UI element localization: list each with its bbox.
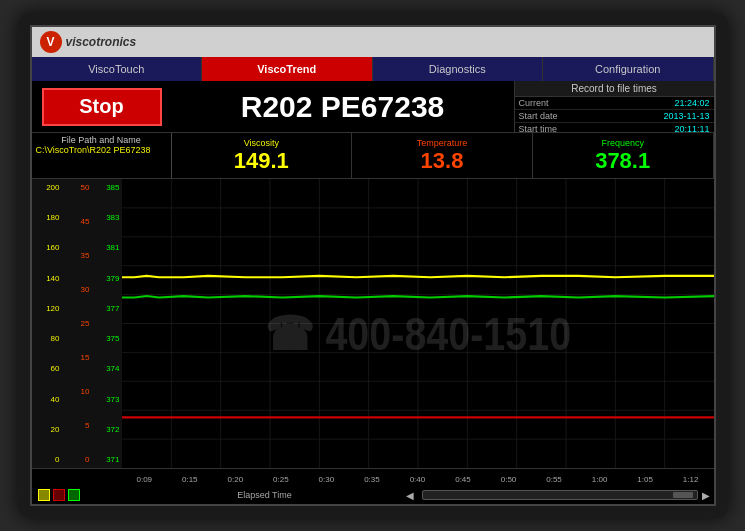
time-7: 0:45 [440,475,486,484]
screen: V viscotronics ViscoTouch ViscoTrend Dia… [30,25,716,506]
stop-button[interactable]: Stop [42,88,162,126]
filepath-label: File Path and Name [36,135,167,145]
viscosity-line [122,276,714,277]
temperature-axis: 50 45 35 30 25 15 10 5 0 [62,179,92,468]
y-axes: 200 180 160 140 120 80 60 40 20 0 50 [32,179,122,468]
tab-viscotouch[interactable]: ViscoTouch [32,57,203,81]
time-2: 0:20 [213,475,259,484]
viscosity-label: Viscosity [244,138,279,148]
device-title: R202 PE67238 [241,90,445,124]
time-11: 1:05 [622,475,668,484]
time-10: 1:00 [577,475,623,484]
temperature-label: Temperature [417,138,468,148]
filepath-cell: File Path and Name C:\ViscoTron\R202 PE6… [32,133,172,178]
record-header: Record to file times [515,81,714,97]
time-0: 0:09 [122,475,168,484]
time-axis: 0:09 0:15 0:20 0:25 0:30 0:35 0:40 0:45 … [32,469,714,487]
scroll-thumb [673,492,693,498]
time-1: 0:15 [167,475,213,484]
frequency-value: 378.1 [595,148,650,174]
tab-configuration[interactable]: Configuration [543,57,714,81]
time-9: 0:55 [531,475,577,484]
time-12: 1:12 [668,475,714,484]
time-5: 0:35 [349,475,395,484]
device-frame: V viscotronics ViscoTouch ViscoTrend Dia… [18,13,728,518]
time-4: 0:30 [304,475,350,484]
stop-btn-area: Stop [32,81,172,132]
watermark-text: ☎ 400-840-1510 [264,308,570,360]
title-area: R202 PE67238 [172,81,514,132]
record-start-date: Start date 2013-11-13 [515,110,714,123]
logo-bar: V viscotronics [32,27,714,57]
viscosity-value: 149.1 [234,148,289,174]
chart-svg: ☎ 400-840-1510 [122,179,714,468]
filepath-value: C:\ViscoTron\R202 PE67238 [36,145,167,155]
time-scrollbar[interactable] [422,490,698,500]
bottom-bar: 0:09 0:15 0:20 0:25 0:30 0:35 0:40 0:45 … [32,468,714,504]
logo-icon: V [40,31,62,53]
frequency-label: Frequency [601,138,644,148]
tab-viscotrend[interactable]: ViscoTrend [202,57,373,81]
time-6: 0:40 [395,475,441,484]
record-info: Record to file times Current 21:24:02 St… [514,81,714,132]
time-8: 0:50 [486,475,532,484]
nav-tabs: ViscoTouch ViscoTrend Diagnostics Config… [32,57,714,81]
scroll-left-arrow[interactable]: ◀ [406,490,414,501]
main-content: Stop R202 PE67238 Record to file times C… [32,81,714,504]
record-current: Current 21:24:02 [515,97,714,110]
frequency-cell: Frequency 378.1 [533,133,714,178]
viscosity-cell: Viscosity 149.1 [172,133,353,178]
time-3: 0:25 [258,475,304,484]
logo-name: viscotronics [66,35,137,49]
legend-yellow [38,489,50,501]
elapsed-label: Elapsed Time [128,490,402,500]
data-row: File Path and Name C:\ViscoTron\R202 PE6… [32,133,714,179]
scroll-right-arrow[interactable]: ▶ [702,490,710,501]
chart-plot: ☎ 400-840-1510 [122,179,714,468]
temperature-cell: Temperature 13.8 [352,133,533,178]
tab-diagnostics[interactable]: Diagnostics [373,57,544,81]
top-row: Stop R202 PE67238 Record to file times C… [32,81,714,133]
legend-green [68,489,80,501]
frequency-line [122,296,714,297]
temperature-value: 13.8 [421,148,464,174]
legend-red [53,489,65,501]
chart-area: 200 180 160 140 120 80 60 40 20 0 50 [32,179,714,468]
viscosity-axis: 200 180 160 140 120 80 60 40 20 0 [32,179,62,468]
frequency-axis: 385 383 381 379 377 375 374 373 372 371 [92,179,122,468]
